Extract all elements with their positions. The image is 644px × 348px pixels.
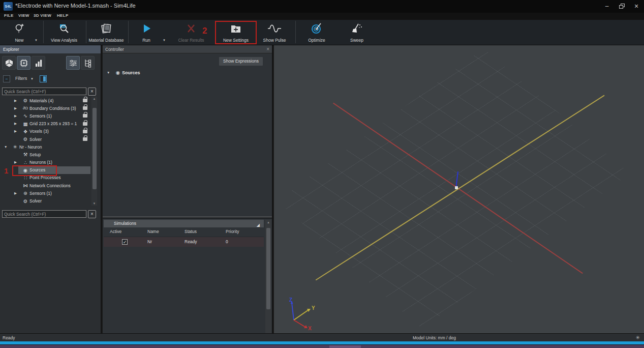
- simulations-title: Simulations: [114, 221, 136, 226]
- sweep-button[interactable]: Sweep: [338, 21, 376, 44]
- panel-splitter[interactable]: [103, 217, 272, 219]
- controller-sources-node[interactable]: ◉ Sources: [107, 70, 140, 75]
- model-view-button[interactable]: [2, 56, 16, 70]
- clear-search-icon[interactable]: ×: [88, 210, 96, 218]
- 3d-viewport[interactable]: Z Y X: [274, 45, 644, 333]
- collapse-all-button[interactable]: −: [3, 75, 10, 82]
- tree-item-sources[interactable]: ◉ Sources: [0, 166, 90, 174]
- sweep-broom-icon: [350, 22, 363, 35]
- tree-item-sensors[interactable]: ∿ Sensors (1): [0, 112, 90, 120]
- split-view-button[interactable]: [40, 75, 47, 82]
- tree-item-sensors-neuron[interactable]: ⊛ Sensors (1): [0, 189, 90, 197]
- simulation-row[interactable]: ✓ Nr Ready 0: [104, 237, 264, 247]
- column-active[interactable]: Active: [110, 229, 121, 234]
- lock-icon: [83, 137, 87, 141]
- menu-file[interactable]: FILE: [4, 13, 14, 18]
- point-processes-icon: ∷: [21, 175, 29, 181]
- filters-label[interactable]: Filters: [15, 76, 27, 81]
- collapse-triangle-icon[interactable]: ◢: [257, 221, 260, 229]
- tree-item-network-connections[interactable]: ⋈ Network Connections: [0, 182, 90, 189]
- annotation-step-1: 1: [4, 166, 8, 175]
- x-axis-label: X: [308, 326, 312, 330]
- app-logo-icon: S4L: [4, 2, 13, 11]
- tree-item-voxels[interactable]: ❖ Voxels (3): [0, 128, 90, 135]
- tree-item-label: Point Processes: [29, 175, 60, 180]
- lock-icon: [83, 130, 87, 133]
- scroll-up-icon[interactable]: ▲: [265, 221, 271, 224]
- expand-arrow-icon[interactable]: [4, 145, 11, 149]
- minimize-button[interactable]: –: [601, 2, 612, 11]
- scroll-up-icon[interactable]: ▲: [91, 97, 97, 100]
- run-dropdown-arrow[interactable]: ▼: [163, 39, 166, 42]
- column-name[interactable]: Name: [147, 229, 159, 234]
- new-settings-button[interactable]: New Settings: [215, 21, 257, 44]
- explorer-panel: Explorer − Filters ▼ × ⚙: [0, 45, 102, 333]
- simulation-view-button[interactable]: [17, 56, 30, 70]
- tree-scrollbar[interactable]: ▲ ▼: [91, 97, 97, 206]
- new-dropdown-arrow[interactable]: ▼: [35, 39, 38, 42]
- restore-button[interactable]: [617, 2, 628, 11]
- new-button[interactable]: New: [7, 21, 32, 44]
- tree-item-materials[interactable]: ⚙ Materials (4): [0, 97, 90, 104]
- tree-item-point-processes[interactable]: ∷ Point Processes: [0, 174, 90, 182]
- expand-arrow-icon[interactable]: [107, 71, 114, 74]
- material-database-button[interactable]: Material Database: [84, 21, 129, 44]
- annotation-step-2: 2: [202, 26, 207, 36]
- tree-item-boundary-conditions[interactable]: ∂Ω Boundary Conditions (3): [0, 104, 90, 112]
- expand-arrow-icon[interactable]: [14, 191, 21, 195]
- status-bar: Ready Model Units: mm / deg ✳: [0, 333, 644, 341]
- boundary-conditions-icon: ∂Ω: [21, 106, 29, 110]
- setup-icon: ⚒: [21, 152, 29, 157]
- tree-item-setup[interactable]: ⚒ Setup: [0, 151, 90, 158]
- toolbar-separator: [128, 21, 129, 43]
- scrollbar-thumb[interactable]: [93, 108, 97, 189]
- column-priority[interactable]: Priority: [226, 229, 239, 234]
- tree-view-button[interactable]: [81, 56, 95, 70]
- model-units-label: Model Units: mm / deg: [413, 335, 456, 340]
- expand-arrow-icon[interactable]: [14, 114, 21, 118]
- tree-item-label: Sensors (1): [29, 113, 52, 119]
- tree-item-solver-neuron[interactable]: ⚙ Solver: [0, 197, 90, 205]
- expand-arrow-icon[interactable]: [14, 106, 21, 110]
- tree-item-label: Network Connections: [29, 183, 71, 188]
- sources-icon: ◉: [21, 167, 29, 173]
- tree-item-solver[interactable]: ⚙ Solver: [0, 135, 90, 143]
- menu-3d-view[interactable]: 3D VIEW: [34, 13, 51, 18]
- filters-dropdown-arrow[interactable]: ▼: [30, 77, 34, 80]
- scrollbar-thumb[interactable]: [266, 228, 270, 309]
- quick-search-input-2[interactable]: [2, 210, 86, 218]
- view-analysis-button[interactable]: View Analysis: [43, 21, 85, 44]
- tree-item-label: Solver: [29, 198, 42, 204]
- active-checkbox[interactable]: ✓: [122, 239, 128, 245]
- expand-arrow-icon[interactable]: [14, 99, 21, 103]
- controller-close-icon[interactable]: ×: [266, 45, 269, 53]
- show-expressions-button[interactable]: Show Expressions: [219, 57, 263, 66]
- menu-view[interactable]: VIEW: [18, 13, 29, 18]
- scroll-down-icon[interactable]: ▼: [91, 202, 97, 205]
- tree-item-label: Neurons (1): [29, 160, 52, 165]
- tree-item-nr-neuron[interactable]: ✳ Nr - Neuron: [0, 143, 90, 151]
- busy-spinner-icon: ✳: [636, 335, 640, 340]
- origin-marker: [455, 186, 458, 189]
- close-button[interactable]: ×: [631, 2, 642, 11]
- voxels-icon: ❖: [21, 129, 29, 134]
- analysis-view-button[interactable]: [32, 56, 45, 70]
- column-status[interactable]: Status: [185, 229, 197, 234]
- simulations-scrollbar[interactable]: ▲ ▼: [265, 220, 271, 348]
- run-button[interactable]: Run: [133, 21, 160, 44]
- expand-arrow-icon[interactable]: [14, 160, 21, 164]
- optimize-button[interactable]: Optimize: [296, 21, 337, 44]
- settings-sliders-button[interactable]: [66, 56, 80, 70]
- restore-icon: [619, 5, 623, 9]
- show-pulse-button[interactable]: Show Pulse: [255, 21, 294, 44]
- tree-item-neurons[interactable]: ∴ Neurons (1): [0, 159, 90, 166]
- tree-item-label: Voxels (3): [29, 129, 49, 134]
- quick-search-input[interactable]: [2, 88, 86, 95]
- menu-help[interactable]: HELP: [57, 13, 69, 18]
- simulations-column-header-row: Active Name Status Priority: [104, 229, 264, 237]
- clear-search-icon[interactable]: ×: [88, 88, 96, 96]
- expand-arrow-icon[interactable]: [14, 122, 21, 126]
- expand-arrow-icon[interactable]: [14, 129, 21, 133]
- simulations-header[interactable]: Simulations ◢: [104, 220, 264, 227]
- tree-item-grid[interactable]: ▦ Grid 223 x 205 x 293 = 1: [0, 120, 90, 128]
